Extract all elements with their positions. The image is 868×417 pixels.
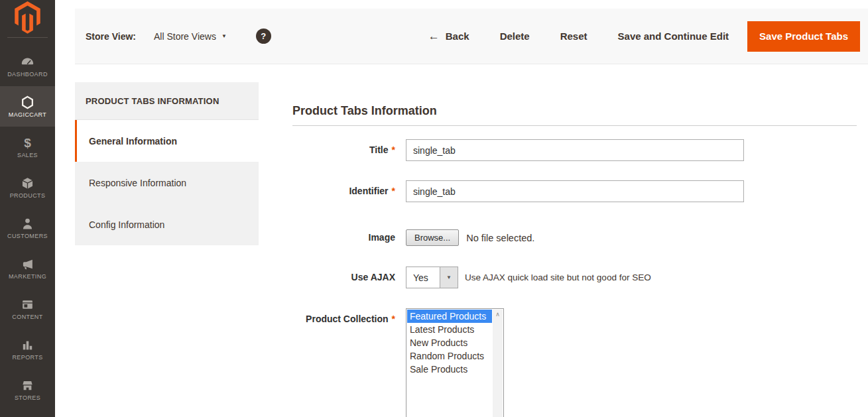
title-input[interactable] (406, 139, 744, 161)
save-and-continue-button[interactable]: Save and Continue Edit (618, 30, 729, 42)
title-label: Title* (292, 139, 395, 161)
product-collection-row: Product Collection* Featured Products La… (292, 308, 857, 417)
store-view-value: All Store Views (154, 31, 216, 42)
back-arrow-icon: ← (428, 30, 440, 43)
page-title: Product Tabs Information (292, 93, 857, 118)
sidebar-item-label: STORES (15, 394, 40, 401)
content-icon (21, 297, 34, 312)
stores-icon (21, 378, 34, 393)
use-ajax-hint: Use AJAX quick load site but not good fo… (465, 272, 651, 282)
file-status-text: No file selected. (466, 233, 534, 243)
marketing-icon (21, 257, 34, 272)
use-ajax-value: Yes (406, 267, 440, 288)
save-product-tabs-button[interactable]: Save Product Tabs (747, 21, 860, 52)
identifier-label: Identifier* (292, 180, 395, 202)
sidebar-item-label: SALES (17, 152, 38, 158)
listbox-option-sale[interactable]: Sale Products (407, 363, 492, 376)
sidebar-item-dashboard[interactable]: DASHBOARD (0, 46, 55, 86)
sidebar-item-stores[interactable]: STORES (0, 369, 55, 410)
image-row: Image Browse... No file selected. (292, 227, 857, 249)
sidebar-item-label: REPORTS (12, 354, 42, 361)
products-icon (21, 176, 34, 191)
sidebar-item-label: DASHBOARD (7, 71, 48, 78)
sidebar-item-products[interactable]: PRODUCTS (0, 167, 55, 208)
scroll-up-icon: ∧ (493, 310, 503, 320)
required-mark: * (392, 145, 395, 155)
select-caret-icon: ▼ (440, 267, 458, 288)
section-tabs-panel: PRODUCT TABS INFORMATION General Informa… (75, 82, 259, 245)
image-label: Image (292, 227, 395, 249)
required-mark: * (392, 314, 395, 324)
reset-button[interactable]: Reset (560, 30, 588, 42)
magiccart-icon (21, 95, 34, 110)
magento-logo[interactable] (0, 0, 55, 37)
store-view-label: Store View: (86, 31, 136, 42)
sidebar-item-magiccart[interactable]: MAGICCART (0, 86, 55, 127)
toolbar-actions: ← Back Delete Reset Save and Continue Ed… (428, 21, 860, 52)
customers-icon (21, 216, 34, 231)
listbox-option-featured[interactable]: Featured Products (407, 310, 492, 323)
listbox-scrollbar[interactable]: ∧ (493, 310, 503, 417)
chevron-down-icon: ▼ (221, 33, 227, 39)
browse-button[interactable]: Browse... (406, 229, 459, 246)
product-collection-listbox[interactable]: Featured Products Latest Products New Pr… (406, 308, 504, 417)
product-collection-label: Product Collection* (292, 308, 395, 417)
main-content: Product Tabs Information Title* Identifi… (292, 93, 857, 417)
back-button[interactable]: ← Back (428, 30, 469, 43)
title-divider (292, 125, 857, 126)
store-view-selector[interactable]: All Store Views ▼ (154, 31, 227, 42)
listbox-option-latest[interactable]: Latest Products (407, 323, 492, 336)
reports-icon (21, 337, 34, 353)
tabs-panel-header: PRODUCT TABS INFORMATION (75, 82, 259, 120)
sidebar-item-label: MAGICCART (9, 111, 46, 118)
sales-icon: $ (24, 135, 31, 150)
listbox-option-new[interactable]: New Products (407, 336, 492, 349)
sidebar-item-sales[interactable]: $ SALES (0, 127, 55, 167)
sidebar-item-label: PRODUCTS (10, 192, 46, 199)
sidebar-item-content[interactable]: CONTENT (0, 288, 55, 329)
delete-button[interactable]: Delete (500, 30, 530, 42)
magento-logo-icon (13, 1, 42, 36)
sidebar-item-label: CONTENT (12, 314, 42, 320)
sidebar-item-reports[interactable]: REPORTS (0, 329, 55, 369)
required-mark: * (392, 186, 395, 196)
admin-sidebar: DASHBOARD MAGICCART $ SALES PR (0, 0, 55, 417)
title-row: Title* (292, 139, 857, 161)
sidebar-nav: DASHBOARD MAGICCART $ SALES PR (0, 46, 55, 410)
help-icon[interactable]: ? (256, 29, 271, 44)
use-ajax-label: Use AJAX (292, 267, 395, 288)
sidebar-item-customers[interactable]: CUSTOMERS (0, 208, 55, 248)
product-tabs-form: Title* Identifier* Image Browse... No fi… (292, 139, 857, 417)
sidebar-item-marketing[interactable]: MARKETING (0, 248, 55, 288)
sidebar-divider (7, 37, 48, 38)
use-ajax-row: Use AJAX Yes ▼ Use AJAX quick load site … (292, 267, 857, 288)
sidebar-item-label: MARKETING (9, 273, 46, 280)
sidebar-item-label: CUSTOMERS (7, 233, 48, 239)
tab-config-information[interactable]: Config Information (75, 204, 259, 245)
tab-responsive-information[interactable]: Responsive Information (75, 162, 259, 204)
identifier-input[interactable] (406, 180, 744, 202)
page-toolbar: Store View: All Store Views ▼ ? ← Back D… (75, 9, 868, 64)
tab-general-information[interactable]: General Information (75, 120, 259, 162)
listbox-option-random[interactable]: Random Products (407, 349, 492, 363)
dashboard-icon (21, 54, 34, 70)
identifier-row: Identifier* (292, 180, 857, 202)
use-ajax-select[interactable]: Yes ▼ (406, 267, 458, 288)
